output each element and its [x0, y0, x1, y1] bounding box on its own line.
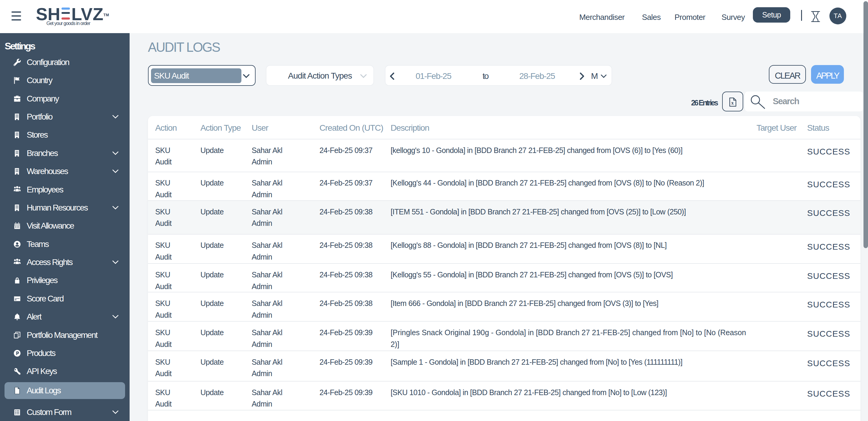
svg-text:x: x	[731, 101, 734, 106]
